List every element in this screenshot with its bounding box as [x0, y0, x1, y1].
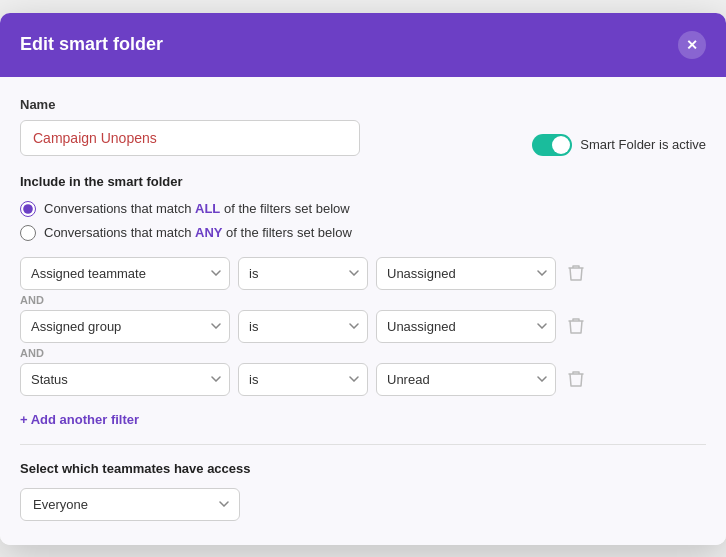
toggle-label: Smart Folder is active	[580, 137, 706, 152]
name-input[interactable]	[20, 120, 360, 156]
smart-folder-toggle[interactable]	[532, 134, 572, 156]
divider	[20, 444, 706, 445]
close-button[interactable]: ✕	[678, 31, 706, 59]
radio-any[interactable]: Conversations that match ANY of the filt…	[20, 225, 706, 241]
filter-condition-1[interactable]: is is not	[238, 257, 368, 290]
delete-filter-3[interactable]	[564, 366, 588, 392]
filter-type-2[interactable]: Assigned teammate Assigned group Status	[20, 310, 230, 343]
modal-body: Name Smart Folder is active Include in t…	[0, 77, 726, 545]
trash-icon-3	[568, 370, 584, 388]
modal-header: Edit smart folder ✕	[0, 13, 726, 77]
access-section: Select which teammates have access Every…	[20, 461, 706, 521]
radio-all[interactable]: Conversations that match ALL of the filt…	[20, 201, 706, 217]
filter-row-3: Assigned teammate Assigned group Status …	[20, 363, 706, 396]
radio-any-text: Conversations that match ANY of the filt…	[44, 225, 352, 240]
modal-title: Edit smart folder	[20, 34, 163, 55]
radio-group: Conversations that match ALL of the filt…	[20, 201, 706, 241]
include-section-title: Include in the smart folder	[20, 174, 706, 189]
and-label-2: AND	[20, 347, 706, 359]
filter-type-3[interactable]: Assigned teammate Assigned group Status	[20, 363, 230, 396]
filter-condition-2[interactable]: is is not	[238, 310, 368, 343]
filter-row-2: Assigned teammate Assigned group Status …	[20, 310, 706, 343]
filter-row-1: Assigned teammate Assigned group Status …	[20, 257, 706, 290]
filter-value-1[interactable]: Unassigned Me	[376, 257, 556, 290]
radio-all-text: Conversations that match ALL of the filt…	[44, 201, 350, 216]
filter-value-2[interactable]: Unassigned Group 1	[376, 310, 556, 343]
filter-condition-3[interactable]: is is not	[238, 363, 368, 396]
add-filter-link[interactable]: + Add another filter	[20, 412, 139, 427]
all-highlight: ALL	[195, 201, 220, 216]
delete-filter-2[interactable]	[564, 313, 588, 339]
radio-all-input[interactable]	[20, 201, 36, 217]
filter-type-1[interactable]: Assigned teammate Assigned group Status	[20, 257, 230, 290]
name-left: Name	[20, 97, 360, 156]
delete-filter-1[interactable]	[564, 260, 588, 286]
name-label: Name	[20, 97, 360, 112]
and-label-1: AND	[20, 294, 706, 306]
radio-any-input[interactable]	[20, 225, 36, 241]
edit-smart-folder-modal: Edit smart folder ✕ Name Smart Folder is…	[0, 13, 726, 545]
toggle-container: Smart Folder is active	[532, 134, 706, 156]
access-section-title: Select which teammates have access	[20, 461, 706, 476]
access-dropdown[interactable]: Everyone Only me Specific teammates	[20, 488, 240, 521]
name-row: Name Smart Folder is active	[20, 97, 706, 156]
filter-value-3[interactable]: Unread Read Open Closed	[376, 363, 556, 396]
trash-icon-2	[568, 317, 584, 335]
any-highlight: ANY	[195, 225, 222, 240]
trash-icon-1	[568, 264, 584, 282]
filters-area: Assigned teammate Assigned group Status …	[20, 257, 706, 396]
